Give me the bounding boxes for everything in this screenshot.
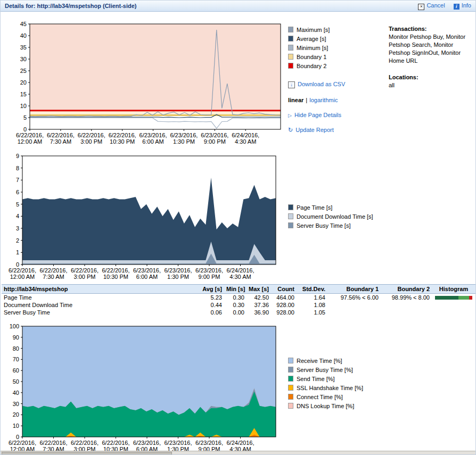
chart2-legend: Page Time [s]Document Download Time [s]S… [288, 203, 387, 230]
cell-max: 37.36 [247, 301, 271, 309]
svg-text:45: 45 [20, 21, 27, 27]
legend-item: Connect Time [%] [288, 392, 387, 401]
svg-text:7:30 AM: 7:30 AM [50, 138, 71, 145]
legend-item: Server Busy Time [%] [288, 365, 387, 374]
stats-table: http://lab34/mspetshop Avg [s] Min [s] M… [2, 284, 475, 316]
cell-min: 0.30 [224, 301, 247, 309]
legend-swatch [288, 367, 293, 373]
cell-min: 0.00 [224, 309, 247, 316]
legend-item: Page Time [s] [288, 203, 387, 212]
histogram-segment [469, 296, 472, 300]
svg-text:40: 40 [13, 390, 19, 396]
legend-swatch [288, 213, 293, 219]
scale-logarithmic-link[interactable]: logarithmic [309, 97, 338, 103]
chart1-legend-and-actions: Maximum [s]Average [s]Minimum [s]Boundar… [288, 25, 387, 134]
svg-text:4:30 AM: 4:30 AM [235, 138, 256, 145]
svg-text:6/23/2016,: 6/23/2016, [165, 440, 192, 446]
cell-boundary2 [381, 301, 432, 309]
legend-item: Maximum [s] [288, 25, 387, 34]
svg-text:3:00 PM: 3:00 PM [74, 274, 96, 280]
svg-text:30: 30 [20, 56, 27, 62]
svg-text:6:00 AM: 6:00 AM [142, 138, 163, 145]
cell-histogram [432, 294, 475, 302]
legend-label: Connect Time [%] [297, 394, 343, 400]
download-csv-link[interactable]: ↓Download as CSV [288, 81, 345, 88]
locations-value: all [389, 81, 475, 89]
legend-label: Document Download Time [s] [297, 213, 373, 220]
svg-text:6/22/2016,: 6/22/2016, [102, 440, 130, 446]
svg-text:40: 40 [20, 32, 27, 39]
hide-page-details-link[interactable]: ▷Hide Page Details [288, 112, 341, 118]
chart3-legend: Receive Time [%]Server Busy Time [%]Send… [288, 356, 387, 410]
cell-boundary1 [327, 309, 381, 316]
svg-text:6/23/2016,: 6/23/2016, [195, 267, 223, 274]
horizontal-scrollbar[interactable] [1, 451, 476, 455]
svg-text:6/22/2016,: 6/22/2016, [71, 440, 99, 446]
download-icon: ↓ [288, 81, 295, 88]
locations-heading: Locations: [389, 73, 475, 81]
svg-text:10: 10 [13, 423, 19, 429]
transactions-line: Petshop Search, Monitor [389, 41, 475, 49]
scale-separator: | [306, 97, 307, 103]
legend-item: SSL Handshake Time [%] [288, 383, 387, 392]
details-panel: Details for: http://lab34/mspetshop (Cli… [0, 0, 476, 455]
cell-count: 928.00 [271, 309, 297, 316]
svg-text:70: 70 [13, 356, 19, 362]
svg-text:2: 2 [16, 237, 19, 244]
page-time-area-chart: 01234567896/22/2016,12:00 AM6/22/2016,7:… [4, 152, 278, 283]
svg-text:3: 3 [16, 225, 19, 231]
legend-label: Send Time [%] [297, 376, 335, 382]
col-boundary1: Boundary 1 [327, 285, 381, 294]
svg-text:4: 4 [16, 213, 19, 219]
transactions-heading: Transactions: [389, 25, 475, 33]
cell-boundary1: 97.56% < 6.00 [327, 294, 381, 302]
svg-text:6: 6 [16, 189, 19, 195]
svg-text:3:00 PM: 3:00 PM [80, 138, 102, 145]
time-percentages-chart: 01020304050607080901006/22/2016,12:00 AM… [4, 322, 278, 455]
legend-label: Server Busy Time [s] [297, 222, 350, 229]
svg-text:6/22/2016,: 6/22/2016, [102, 267, 130, 274]
info-icon: i [454, 4, 459, 10]
legend-label: Minimum [s] [297, 45, 328, 51]
scrollbar-thumb[interactable] [2, 452, 172, 455]
triangle-icon: ▷ [288, 113, 292, 118]
svg-text:12:00 AM: 12:00 AM [18, 138, 42, 145]
svg-text:4:30 AM: 4:30 AM [229, 274, 251, 280]
cell-avg: 0.06 [200, 309, 224, 316]
svg-text:6/23/2016,: 6/23/2016, [133, 267, 161, 274]
svg-text:1:30 PM: 1:30 PM [167, 274, 189, 280]
percentages-chart-container: 01020304050607080901006/22/2016,12:00 AM… [4, 322, 278, 455]
legend-label: SSL Handshake Time [%] [297, 385, 363, 391]
svg-text:9:00 PM: 9:00 PM [204, 138, 226, 145]
svg-text:25: 25 [20, 68, 27, 74]
legend-swatch [288, 54, 293, 60]
report-scope: Transactions: Monitor Petshop Buy, Monit… [389, 25, 475, 89]
info-link[interactable]: iInfo [454, 2, 471, 10]
cancel-link[interactable]: ×Cancel [418, 2, 445, 10]
cell-boundary2 [381, 309, 432, 316]
svg-text:10:30 PM: 10:30 PM [103, 274, 128, 280]
table-row: Document Download Time 0.44 0.30 37.36 9… [2, 301, 475, 309]
col-max: Max [s] [247, 285, 271, 294]
svg-text:6/22/2016,: 6/22/2016, [78, 132, 105, 138]
svg-text:7: 7 [16, 177, 19, 183]
svg-text:6/22/2016,: 6/22/2016, [9, 267, 36, 274]
close-icon: × [418, 4, 424, 10]
svg-text:7:30 AM: 7:30 AM [43, 274, 64, 280]
transactions-line: Petshop SignInOut, Monitor [389, 49, 475, 57]
chart3-legend-wrap: Receive Time [%]Server Busy Time [%]Send… [288, 356, 387, 410]
svg-text:12:00 AM: 12:00 AM [10, 274, 35, 280]
svg-text:9:00 PM: 9:00 PM [199, 274, 220, 280]
cell-max: 36.90 [247, 309, 271, 316]
panel-header: Details for: http://lab34/mspetshop (Cli… [1, 1, 475, 12]
svg-text:80: 80 [13, 345, 19, 352]
svg-text:90: 90 [13, 334, 19, 341]
svg-text:6/22/2016,: 6/22/2016, [47, 132, 75, 138]
table-row: Page Time 5.23 0.30 42.50 464.00 1.64 97… [2, 294, 475, 302]
update-report-link[interactable]: ↻Update Report [288, 127, 334, 134]
legend-swatch [288, 222, 293, 228]
cell-count: 928.00 [271, 301, 297, 309]
svg-text:20: 20 [20, 79, 27, 86]
legend-label: Receive Time [%] [297, 358, 342, 364]
legend-swatch [288, 385, 293, 391]
